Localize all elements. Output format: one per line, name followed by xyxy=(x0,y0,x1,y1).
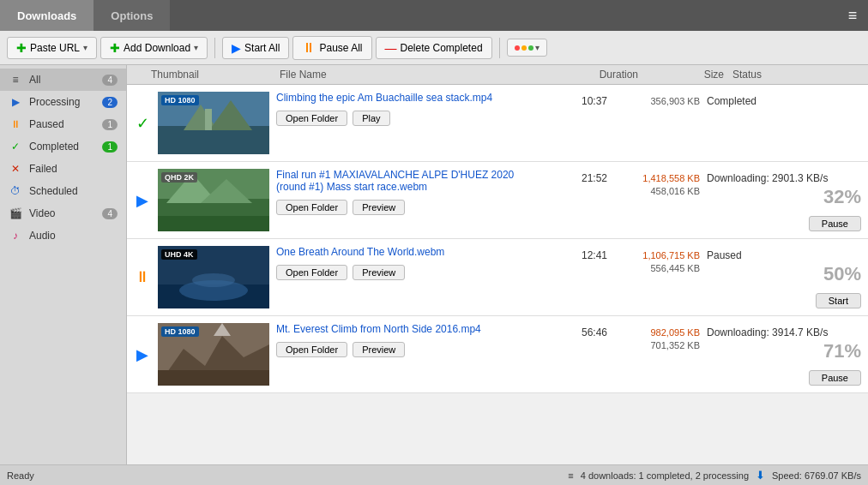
open-folder-btn-3[interactable]: Open Folder xyxy=(276,265,347,280)
size-2: 1,418,558 KB 458,016 KB xyxy=(614,169,700,231)
th-filename: File Name xyxy=(280,69,578,81)
table-row: ▶ HD 1080 Mt. Everest Climb from North S… xyxy=(127,316,868,393)
status-indicator-3: ⏸ xyxy=(134,246,151,308)
speed-icon: ⬇ xyxy=(756,469,765,482)
tab-downloads[interactable]: Downloads xyxy=(0,0,93,31)
preview-btn-4[interactable]: Preview xyxy=(353,342,405,357)
table-row: ▶ QHD 2K Final run #1 MAXIAVALANCHE ALPE… xyxy=(127,162,868,239)
status-indicator-2: ▶ xyxy=(134,169,151,231)
row-actions-3: Open Folder Preview xyxy=(276,265,540,280)
thumbnail-1: HD 1080 xyxy=(158,92,269,154)
svg-point-13 xyxy=(192,273,235,287)
quality-badge-3: UHD 4K xyxy=(161,249,197,260)
duration-4: 56:46 xyxy=(547,323,607,386)
dot-green xyxy=(528,45,533,51)
preview-btn-2[interactable]: Preview xyxy=(353,200,405,215)
play-btn-1[interactable]: Play xyxy=(353,111,389,126)
filename-3[interactable]: One Breath Around The World.webm xyxy=(276,246,540,258)
percent-3: 50% xyxy=(707,265,861,284)
status-3: Paused 50% Start xyxy=(707,246,861,308)
th-status: Status xyxy=(724,69,861,81)
filename-1[interactable]: Climbing the epic Am Buachaille sea stac… xyxy=(276,92,540,104)
audio-icon: ♪ xyxy=(9,230,22,242)
thumbnail-2: QHD 2K xyxy=(158,169,269,231)
pause-all-button[interactable]: ⏸ Pause All xyxy=(292,36,371,60)
filename-2[interactable]: Final run #1 MAXIAVALANCHE ALPE D'HUEZ 2… xyxy=(276,169,540,193)
dropdown-arrow-icon-2: ▾ xyxy=(194,43,198,52)
quality-badge-2: QHD 2K xyxy=(161,172,197,183)
all-badge: 4 xyxy=(102,75,118,86)
th-thumbnail: Thumbnail xyxy=(151,69,280,81)
sidebar-item-video[interactable]: 🎬 Video 4 xyxy=(0,202,126,225)
delete-icon: — xyxy=(385,41,397,55)
speed-text: Speed: 6769.07 KB/s xyxy=(772,470,861,481)
start-btn-3[interactable]: Start xyxy=(816,293,861,308)
table-header: Thumbnail File Name Duration Size Status xyxy=(127,65,868,85)
main-area: ≡ All 4 ▶ Processing 2 ⏸ Paused 1 ✓ Comp… xyxy=(0,65,868,464)
play-icon: ▶ xyxy=(232,41,241,55)
more-options-button[interactable]: ▾ xyxy=(507,39,547,57)
separator-2 xyxy=(499,38,500,58)
pause-btn-4[interactable]: Pause xyxy=(809,370,861,386)
svg-rect-17 xyxy=(158,370,269,386)
percent-2: 32% xyxy=(707,188,861,207)
status-info-text: 4 downloads: 1 completed, 2 processing xyxy=(581,470,749,481)
row-info-1: Climbing the epic Am Buachaille sea stac… xyxy=(276,92,540,154)
filename-4[interactable]: Mt. Everest Climb from North Side 2016.m… xyxy=(276,323,540,335)
thumbnail-4: HD 1080 xyxy=(158,323,269,386)
row-actions-1: Open Folder Play xyxy=(276,111,540,126)
row-info-4: Mt. Everest Climb from North Side 2016.m… xyxy=(276,323,540,386)
plus-icon-add: ✚ xyxy=(110,41,120,55)
paused-badge: 1 xyxy=(102,119,118,130)
sidebar-item-scheduled[interactable]: ⏱ Scheduled xyxy=(0,180,126,202)
downloads-info: ≡ xyxy=(568,470,573,481)
failed-icon: ✕ xyxy=(9,163,22,175)
paused-icon: ⏸ xyxy=(9,118,22,130)
quality-badge-4: HD 1080 xyxy=(161,326,199,337)
all-icon: ≡ xyxy=(9,74,22,86)
table-row: ✓ HD 1080 Climbing the epic Am Buachaill… xyxy=(127,85,868,162)
paste-url-button[interactable]: ✚ Paste URL ▾ xyxy=(7,37,97,59)
completed-icon: ✓ xyxy=(9,141,22,153)
status-bar: Ready ≡ 4 downloads: 1 completed, 2 proc… xyxy=(0,464,868,485)
toolbar: ✚ Paste URL ▾ ✚ Add Download ▾ ▶ Start A… xyxy=(0,31,868,65)
status-indicator-1: ✓ xyxy=(134,92,151,154)
add-download-button[interactable]: ✚ Add Download ▾ xyxy=(100,37,208,59)
sidebar-item-paused[interactable]: ⏸ Paused 1 xyxy=(0,113,126,135)
menu-button[interactable]: ≡ xyxy=(837,0,868,31)
pause-btn-2[interactable]: Pause xyxy=(809,216,861,231)
duration-2: 21:52 xyxy=(547,169,607,231)
title-bar: Downloads Options ≡ xyxy=(0,0,868,31)
size-1: 356,903 KB xyxy=(614,92,700,154)
open-folder-btn-1[interactable]: Open Folder xyxy=(276,111,347,126)
delete-completed-button[interactable]: — Delete Completed xyxy=(376,37,492,59)
dot-red xyxy=(515,45,520,51)
row-actions-4: Open Folder Preview xyxy=(276,342,540,357)
preview-btn-3[interactable]: Preview xyxy=(353,265,405,280)
open-folder-btn-2[interactable]: Open Folder xyxy=(276,200,347,215)
sidebar-item-processing[interactable]: ▶ Processing 2 xyxy=(0,91,126,113)
sidebar-item-audio[interactable]: ♪ Audio xyxy=(0,225,126,247)
quality-badge-1: HD 1080 xyxy=(161,95,199,105)
thumbnail-3: UHD 4K xyxy=(158,246,269,308)
start-all-button[interactable]: ▶ Start All xyxy=(222,37,289,59)
sidebar-item-failed[interactable]: ✕ Failed xyxy=(0,158,126,180)
open-folder-btn-4[interactable]: Open Folder xyxy=(276,342,347,357)
status-indicator-4: ▶ xyxy=(134,323,151,386)
tab-options[interactable]: Options xyxy=(93,0,170,31)
status-4: Downloading: 3914.7 KB/s 71% Pause xyxy=(707,323,861,386)
separator-1 xyxy=(214,38,215,58)
processing-icon: ▶ xyxy=(9,96,22,108)
th-duration: Duration xyxy=(578,69,638,81)
scheduled-icon: ⏱ xyxy=(9,185,22,197)
dots-dropdown-icon: ▾ xyxy=(535,43,539,52)
content-area: Thumbnail File Name Duration Size Status… xyxy=(127,65,868,464)
plus-icon: ✚ xyxy=(16,41,27,55)
sidebar-item-all[interactable]: ≡ All 4 xyxy=(0,69,126,91)
th-size: Size xyxy=(638,69,724,81)
video-icon: 🎬 xyxy=(9,207,22,219)
processing-badge: 2 xyxy=(102,97,118,108)
dropdown-arrow-icon: ▾ xyxy=(83,43,87,52)
row-info-2: Final run #1 MAXIAVALANCHE ALPE D'HUEZ 2… xyxy=(276,169,540,231)
sidebar-item-completed[interactable]: ✓ Completed 1 xyxy=(0,135,126,158)
